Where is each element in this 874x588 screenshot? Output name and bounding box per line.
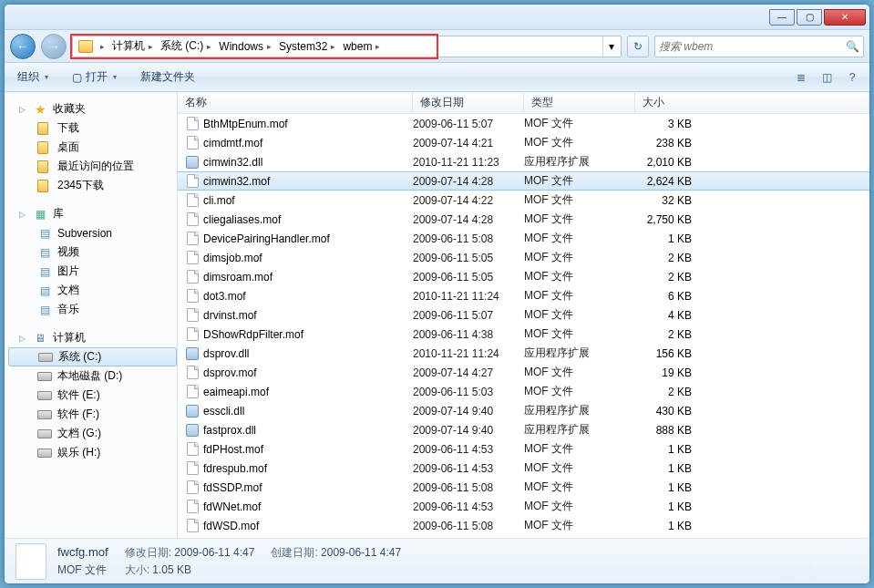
file-row[interactable]: dsprov.mof2009-07-14 4:27MOF 文件19 KB [178, 363, 869, 382]
refresh-button[interactable]: ↻ [627, 36, 649, 57]
nav-item[interactable]: ▤音乐 [8, 300, 177, 319]
breadcrumb-segment[interactable]: Windows▸ [215, 36, 275, 57]
close-button[interactable]: ✕ [824, 9, 866, 26]
breadcrumb-segment[interactable]: 计算机▸ [108, 36, 157, 57]
file-icon [185, 308, 200, 323]
nav-item[interactable]: 娱乐 (H:) [8, 443, 177, 462]
file-row[interactable]: fdSSDP.mof2009-06-11 5:08MOF 文件1 KB [178, 478, 869, 497]
file-size: 2,624 KB [635, 175, 708, 188]
file-icon [185, 385, 200, 399]
file-date: 2010-11-21 11:23 [413, 156, 524, 169]
file-row[interactable]: fdPHost.mof2009-06-11 4:53MOF 文件1 KB [178, 439, 869, 459]
breadcrumb-segment[interactable]: System32▸ [275, 36, 339, 57]
nav-item[interactable]: 2345下载 [8, 176, 177, 195]
nav-item[interactable]: ▤Subversion [8, 223, 177, 242]
file-row[interactable]: fdWSD.mof2009-06-11 5:08MOF 文件1 KB [178, 516, 869, 535]
file-row[interactable]: esscli.dll2009-07-14 9:40应用程序扩展430 KB [178, 401, 869, 420]
minimize-button[interactable]: — [769, 9, 795, 26]
file-name: cimwin32.mof [203, 175, 413, 188]
nav-item[interactable]: 下载 [8, 119, 177, 138]
file-row[interactable]: cli.mof2009-07-14 4:22MOF 文件32 KB [178, 191, 869, 210]
file-row[interactable]: eaimeapi.mof2009-06-11 5:03MOF 文件2 KB [178, 382, 869, 401]
nav-item[interactable]: 最近访问的位置 [8, 157, 177, 176]
file-row[interactable]: fdWNet.mof2009-06-11 4:53MOF 文件1 KB [178, 497, 869, 516]
nav-group-header[interactable]: ▷🖥计算机 [8, 328, 177, 347]
details-mod-label: 修改日期: [125, 546, 171, 559]
nav-item[interactable]: ▤视频 [8, 242, 177, 262]
file-name: fdPHost.mof [203, 443, 413, 456]
help-icon[interactable]: ? [842, 67, 862, 88]
file-row[interactable]: BthMtpEnum.mof2009-06-11 5:07MOF 文件3 KB [178, 114, 869, 133]
file-row[interactable]: dot3.mof2010-11-21 11:24MOF 文件6 KB [178, 286, 869, 305]
column-type[interactable]: 类型 [524, 92, 635, 113]
file-name: dimsjob.mof [203, 252, 413, 264]
open-menu[interactable]: ▢打开▾ [67, 67, 122, 87]
file-row[interactable]: cimdmtf.mof2009-07-14 4:21MOF 文件238 KB [178, 133, 869, 152]
file-row[interactable]: DevicePairingHandler.mof2009-06-11 5:08M… [178, 229, 869, 248]
file-row[interactable]: cliegaliases.mof2009-07-14 4:28MOF 文件2,7… [178, 210, 869, 229]
file-name: dsprov.dll [203, 347, 413, 360]
file-type: 应用程序扩展 [524, 422, 635, 438]
nav-item[interactable]: ▤图片 [8, 262, 177, 281]
address-bar[interactable]: ▸ 计算机▸系统 (C:)▸Windows▸System32▸wbem▸ ▾ [72, 36, 622, 57]
file-size: 3 KB [635, 118, 708, 130]
file-row[interactable]: fdrespub.mof2009-06-11 4:53MOF 文件1 KB [178, 459, 869, 478]
file-icon [185, 461, 200, 476]
file-name: BthMtpEnum.mof [203, 118, 413, 130]
file-row[interactable]: drvinst.mof2009-06-11 5:07MOF 文件4 KB [178, 305, 869, 325]
explorer-window: — ▢ ✕ ← → ▸ 计算机▸系统 (C:)▸Windows▸System32… [4, 4, 870, 584]
nav-item[interactable]: 软件 (F:) [8, 405, 177, 424]
address-dropdown[interactable]: ▾ [602, 36, 619, 57]
nav-group-header[interactable]: ▷▦库 [8, 204, 177, 223]
file-row[interactable]: dsprov.dll2010-11-21 11:24应用程序扩展156 KB [178, 344, 869, 363]
file-row[interactable]: cimwin32.dll2010-11-21 11:23应用程序扩展2,010 … [178, 152, 869, 171]
file-icon [185, 193, 200, 208]
nav-item[interactable]: ▤文档 [8, 281, 177, 300]
file-type: MOF 文件 [524, 288, 635, 304]
file-row[interactable]: DShowRdpFilter.mof2009-06-11 4:38MOF 文件2… [178, 325, 869, 344]
nav-item[interactable]: 系统 (C:) [8, 347, 177, 366]
nav-item[interactable]: 文档 (G:) [8, 424, 177, 443]
file-icon [185, 404, 200, 418]
command-bar: 组织▾ ▢打开▾ 新建文件夹 ≣ ◫ ? [5, 63, 869, 92]
new-folder-button[interactable]: 新建文件夹 [135, 67, 201, 87]
back-button[interactable]: ← [10, 34, 36, 59]
file-row[interactable]: dimsjob.mof2009-06-11 5:05MOF 文件2 KB [178, 248, 869, 267]
file-row[interactable]: cimwin32.mof2009-07-14 4:28MOF 文件2,624 K… [178, 171, 869, 191]
file-date: 2009-07-14 4:22 [413, 194, 524, 207]
file-size: 1 KB [635, 232, 708, 245]
file-type: MOF 文件 [524, 384, 635, 399]
navigation-row: ← → ▸ 计算机▸系统 (C:)▸Windows▸System32▸wbem▸… [5, 30, 869, 63]
file-icon [185, 251, 200, 265]
organize-menu[interactable]: 组织▾ [12, 67, 54, 87]
column-size[interactable]: 大小 [635, 92, 869, 113]
column-name[interactable]: 名称 [178, 92, 413, 113]
file-name: drvinst.mof [203, 309, 413, 322]
nav-item[interactable]: 桌面 [8, 138, 177, 157]
search-input[interactable] [659, 40, 842, 53]
view-options-icon[interactable]: ≣ [791, 67, 811, 88]
navigation-pane: ▷★收藏夹下载桌面最近访问的位置2345下载 ▷▦库▤Subversion▤视频… [5, 92, 178, 538]
file-row[interactable]: dimsroam.mof2009-06-11 5:05MOF 文件2 KB [178, 267, 869, 286]
column-date[interactable]: 修改日期 [413, 92, 524, 113]
file-date: 2010-11-21 11:24 [413, 347, 524, 360]
forward-button[interactable]: → [41, 34, 67, 59]
nav-group-header[interactable]: ▷★收藏夹 [8, 99, 177, 119]
file-thumbnail [15, 543, 46, 580]
nav-item[interactable]: 软件 (E:) [8, 386, 177, 405]
details-filename: fwcfg.mof [57, 545, 108, 561]
breadcrumb-segment[interactable]: 系统 (C:)▸ [157, 36, 215, 57]
breadcrumb-segment[interactable]: wbem▸ [339, 36, 384, 57]
preview-pane-icon[interactable]: ◫ [817, 67, 837, 88]
file-type: MOF 文件 [524, 441, 635, 457]
nav-item[interactable]: 本地磁盘 (D:) [8, 366, 177, 386]
file-icon [185, 327, 200, 342]
file-name: fdrespub.mof [203, 462, 413, 475]
search-box[interactable]: 🔍 [654, 36, 864, 57]
file-date: 2009-07-14 9:40 [413, 424, 524, 437]
file-icon [185, 346, 200, 361]
file-row[interactable]: fastprox.dll2009-07-14 9:40应用程序扩展888 KB [178, 420, 869, 439]
folder-icon [78, 40, 93, 53]
file-name: fdWNet.mof [203, 500, 413, 513]
maximize-button[interactable]: ▢ [797, 9, 822, 26]
